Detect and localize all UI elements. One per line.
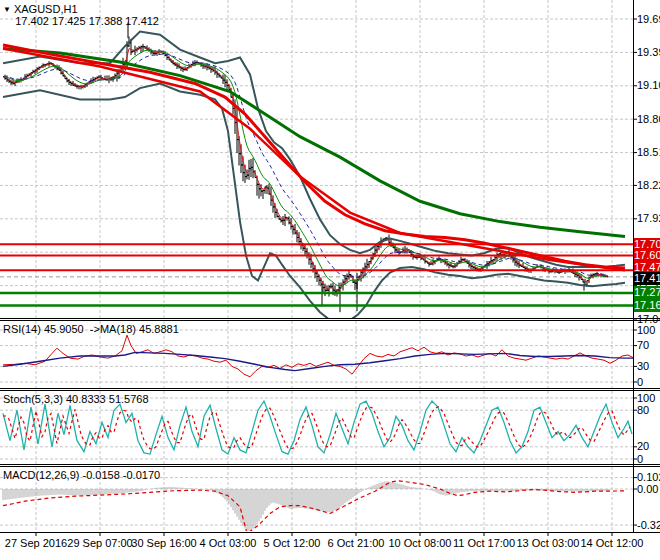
chart-title: ▼XAGUSD,H1 17.402 17.425 17.388 17.412 [3,3,159,27]
macd-axis-label: 0.00 [637,483,658,495]
time-axis-label: 6 Oct 21:00 [328,537,385,549]
macd-axis-label: 0.1025 [637,471,660,483]
rsi-axis-label: 0 [637,376,643,388]
rsi-axis-label: 70 [637,339,649,351]
time-axis-label: 13 Oct 03:00 [517,537,580,549]
price-axis-label: 17.925 [637,212,660,224]
symbol-dropdown-icon[interactable]: ▼ [3,5,11,14]
rsi-indicator-title: RSI(14) 45.9050 ->MA(18) 45.8881 [3,323,179,335]
rsi-axis-label: 100 [637,324,655,336]
price-axis-label: 19.100 [637,79,660,91]
trading-chart-window[interactable]: ▼XAGUSD,H1 17.402 17.425 17.388 17.412 R… [0,0,660,560]
price-level-badge: 17.160 [634,299,660,312]
time-axis-label: 27 Sep 2016 [5,537,67,549]
time-axis-label: 11 Oct 17:00 [453,537,515,549]
time-axis-label: 10 Oct 08:00 [389,537,452,549]
price-axis-label: 18.220 [637,179,660,191]
price-axis-label: 18.805 [637,113,660,125]
stoch-axis-label: 80 [637,404,649,416]
price-axis-label: 19.690 [637,13,660,25]
rsi-axis-label: 30 [637,360,649,372]
price-level-badge: 17.412 [634,272,660,285]
symbol-period-label: XAGUSD,H1 [14,3,78,15]
time-axis-label: 29 Sep 07:00 [67,537,132,549]
macd-indicator-title: MACD(12,26,9) -0.0158 -0.0170 [3,469,160,481]
macd-axis-label: -0.3244 [637,519,660,531]
stoch-axis-label: 20 [637,440,649,452]
price-axis-label: 18.510 [637,146,660,158]
time-axis-label: 4 Oct 03:00 [200,537,257,549]
stoch-axis-label: 100 [637,392,655,404]
price-panel[interactable] [0,0,633,324]
time-axis-label: 5 Oct 12:00 [264,537,321,549]
price-level-badge: 17.270 [634,286,660,299]
ohlc-values: 17.402 17.425 17.388 17.412 [15,15,159,27]
time-axis-label: 14 Oct 12:00 [581,537,644,549]
price-axis-label: 19.395 [637,46,660,58]
stoch-axis-label: 0 [637,453,643,465]
stoch-indicator-title: Stoch(5,3,3) 40.8333 51.5768 [3,393,149,405]
time-axis-label: 30 Sep 16:00 [131,537,196,549]
